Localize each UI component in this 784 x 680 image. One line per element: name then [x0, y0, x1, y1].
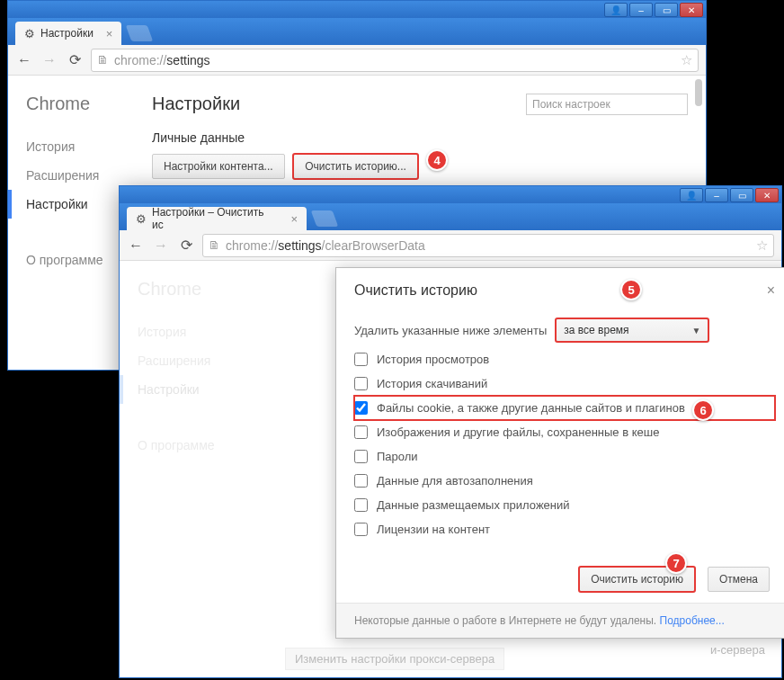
checkbox-licenses[interactable]	[354, 523, 368, 536]
checkbox-label: Данные размещаемых приложений	[377, 498, 570, 512]
content-settings-button[interactable]: Настройки контента...	[152, 154, 285, 179]
url-path: /clearBrowserData	[322, 238, 425, 253]
dialog-title: Очистить историю	[354, 282, 767, 299]
time-range-label: Удалить указанные ниже элементы	[354, 324, 547, 337]
window-clear-data: 👤 – ▭ ✕ ⚙ Настройки – Очистить ис × ← → …	[119, 185, 782, 678]
new-tab-button[interactable]	[311, 210, 339, 227]
url-scheme: chrome://	[114, 53, 166, 67]
sidebar-item-extensions[interactable]: Расширения	[26, 161, 134, 190]
forward-button[interactable]: →	[152, 237, 170, 255]
dropdown-value: за все время	[564, 324, 628, 336]
tab-close-icon[interactable]: ×	[106, 27, 113, 40]
omnibox[interactable]: 🗎 chrome://settings/clearBrowserData ☆	[202, 234, 774, 257]
clear-history-dialog: Очистить историю × Удалить указанные ниж…	[335, 267, 784, 639]
learn-more-link[interactable]: Подробнее...	[660, 614, 725, 627]
brand-label: Chrome	[26, 94, 134, 114]
user-button[interactable]: 👤	[680, 188, 703, 202]
dialog-footer: Некоторые данные о работе в Интернете не…	[336, 603, 784, 638]
minimize-button[interactable]: –	[629, 3, 653, 17]
footer-text: Некоторые данные о работе в Интернете не…	[354, 614, 660, 627]
checkbox-row-autofill[interactable]: Данные для автозаполнения	[354, 469, 775, 493]
bookmark-star-icon[interactable]: ☆	[681, 52, 692, 68]
user-button[interactable]: 👤	[604, 3, 628, 17]
time-range-dropdown[interactable]: за все время ▼	[556, 318, 708, 342]
checkbox-downloads[interactable]	[354, 377, 368, 390]
reload-button[interactable]: ⟳	[66, 51, 84, 69]
close-button[interactable]: ✕	[680, 3, 703, 17]
tabstrip: ⚙ Настройки ×	[8, 18, 706, 45]
gear-icon: ⚙	[24, 27, 35, 40]
forward-button[interactable]: →	[40, 51, 58, 69]
callout-4: 4	[426, 149, 448, 171]
sidebar-item-about[interactable]: О программе	[26, 246, 134, 274]
checkbox-label: Изображения и другие файлы, сохраненные …	[377, 425, 659, 439]
checkbox-browsing[interactable]	[354, 353, 368, 366]
url-path: settings	[166, 53, 209, 67]
checkbox-row-cache[interactable]: Изображения и другие файлы, сохраненные …	[354, 420, 775, 444]
callout-7: 7	[665, 552, 687, 574]
titlebar: 👤 – ▭ ✕	[8, 1, 706, 19]
checkbox-row-hosted-apps[interactable]: Данные размещаемых приложений	[354, 493, 775, 517]
ghost-bottom: Изменить настройки прокси-сервера	[285, 648, 504, 670]
dialog-close-button[interactable]: ×	[767, 282, 775, 299]
callout-6: 6	[692, 399, 714, 421]
ghost-proxy: и-сервера	[710, 643, 765, 657]
checkbox-autofill[interactable]	[354, 474, 368, 488]
section-personal-data: Личные данные	[152, 130, 688, 145]
search-settings-input[interactable]: Поиск настроек	[526, 94, 688, 115]
callout-5: 5	[620, 279, 642, 300]
address-bar: ← → ⟳ 🗎 chrome://settings/clearBrowserDa…	[120, 230, 781, 261]
tab-close-icon[interactable]: ×	[290, 212, 298, 226]
checkbox-cookies[interactable]	[354, 401, 368, 415]
maximize-button[interactable]: ▭	[655, 3, 678, 17]
bookmark-star-icon[interactable]: ☆	[756, 237, 768, 254]
omnibox[interactable]: 🗎 chrome://settings ☆	[91, 49, 699, 72]
maximize-button[interactable]: ▭	[730, 188, 753, 202]
page-icon: 🗎	[97, 53, 109, 67]
tab-clear-data[interactable]: ⚙ Настройки – Очистить ис ×	[127, 207, 307, 230]
tab-title: Настройки – Очистить ис	[152, 206, 278, 231]
url-scheme: chrome://	[226, 238, 278, 253]
checkbox-label: Файлы cookie, а также другие данные сайт…	[377, 401, 685, 415]
checkbox-hosted-apps[interactable]	[354, 498, 368, 512]
minimize-button[interactable]: –	[705, 188, 728, 202]
checkbox-label: История скачиваний	[377, 377, 487, 390]
url-host: settings	[278, 238, 321, 253]
back-button[interactable]: ←	[127, 237, 145, 255]
clear-history-button[interactable]: Очистить историю...	[293, 154, 418, 179]
titlebar: 👤 – ▭ ✕	[120, 186, 781, 204]
back-button[interactable]: ←	[15, 51, 33, 69]
close-button[interactable]: ✕	[755, 188, 779, 202]
checkbox-label: Лицензии на контент	[377, 523, 490, 536]
chevron-down-icon: ▼	[691, 326, 700, 336]
checkbox-passwords[interactable]	[354, 450, 368, 463]
scrollbar[interactable]	[695, 79, 702, 106]
tab-settings[interactable]: ⚙ Настройки ×	[15, 22, 121, 45]
sidebar-item-history[interactable]: История	[26, 132, 134, 161]
checkbox-label: Пароли	[377, 450, 418, 463]
reload-button[interactable]: ⟳	[177, 237, 195, 255]
checkbox-row-licenses[interactable]: Лицензии на контент	[354, 517, 775, 541]
dialog-body: Удалить указанные ниже элементы за все в…	[336, 306, 784, 556]
gear-icon: ⚙	[136, 212, 147, 226]
new-tab-button[interactable]	[126, 25, 154, 41]
tabstrip: ⚙ Настройки – Очистить ис ×	[120, 203, 781, 230]
dialog-header: Очистить историю ×	[336, 268, 784, 306]
checkbox-label: Данные для автозаполнения	[377, 474, 533, 488]
tab-title: Настройки	[40, 27, 94, 40]
sidebar: Chrome История Расширения Настройки О пр…	[8, 76, 134, 369]
dialog-actions: Очистить историю Отмена	[336, 556, 784, 603]
sidebar-item-settings[interactable]: Настройки	[8, 190, 134, 219]
checkbox-row-browsing[interactable]: История просмотров	[354, 347, 775, 371]
checkbox-row-passwords[interactable]: Пароли	[354, 444, 775, 469]
cancel-button[interactable]: Отмена	[708, 567, 770, 592]
time-range-row: Удалить указанные ниже элементы за все в…	[354, 313, 775, 347]
address-bar: ← → ⟳ 🗎 chrome://settings ☆	[8, 45, 706, 76]
checkbox-label: История просмотров	[377, 353, 489, 366]
checkbox-cache[interactable]	[354, 425, 368, 439]
page-icon: 🗎	[209, 238, 220, 252]
checkbox-row-downloads[interactable]: История скачиваний	[354, 371, 775, 396]
